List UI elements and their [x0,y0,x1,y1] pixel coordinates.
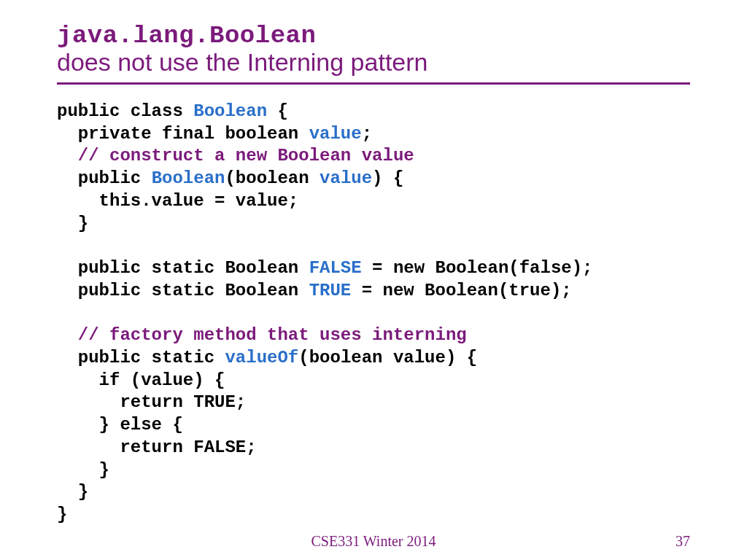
code-text: ; [362,124,372,144]
code-text: = new Boolean(true); [351,281,571,300]
code-text: } else { [57,415,183,435]
code-text: if (value) { [57,370,225,390]
code-text: public static [57,348,225,368]
code-comment: // construct a new Boolean value [57,146,414,166]
title-line1: java.lang.Boolean [57,22,690,50]
code-keyword: value [320,168,372,188]
code-text: public static Boolean [57,281,309,300]
code-text: = new Boolean(false); [362,258,593,278]
footer-course: CSE331 Winter 2014 [311,533,436,550]
code-block: public class Boolean { private final boo… [57,101,690,526]
code-text: this.value = value; [57,191,298,211]
code-text: public [57,168,152,188]
code-keyword: TRUE [309,281,352,300]
code-text: return FALSE; [57,438,257,457]
code-text: } [57,214,88,233]
code-keyword: valueOf [225,348,298,368]
code-text: } [57,505,67,524]
title-line2: does not use the Interning pattern [57,48,690,77]
code-text: (boolean [225,168,320,188]
code-text: public class [57,101,193,121]
code-text: } [57,482,88,502]
slide: java.lang.Boolean does not use the Inter… [0,0,747,560]
code-keyword: FALSE [309,258,362,278]
code-text: (boolean value) { [298,348,477,368]
title-block: java.lang.Boolean does not use the Inter… [57,22,690,77]
code-text: } [57,460,109,480]
code-text: ) { [372,168,403,188]
code-text: { [267,101,288,121]
code-text: public static Boolean [57,258,309,278]
code-text: return TRUE; [57,392,246,412]
footer-page-number: 37 [676,533,690,550]
footer: CSE331 Winter 2014 37 [0,533,747,550]
code-keyword: value [309,124,362,144]
title-divider [57,82,690,85]
code-comment: // factory method that uses interning [57,325,467,345]
code-keyword: Boolean [193,101,267,121]
code-text: private final boolean [57,124,309,144]
code-keyword: Boolean [152,168,225,188]
